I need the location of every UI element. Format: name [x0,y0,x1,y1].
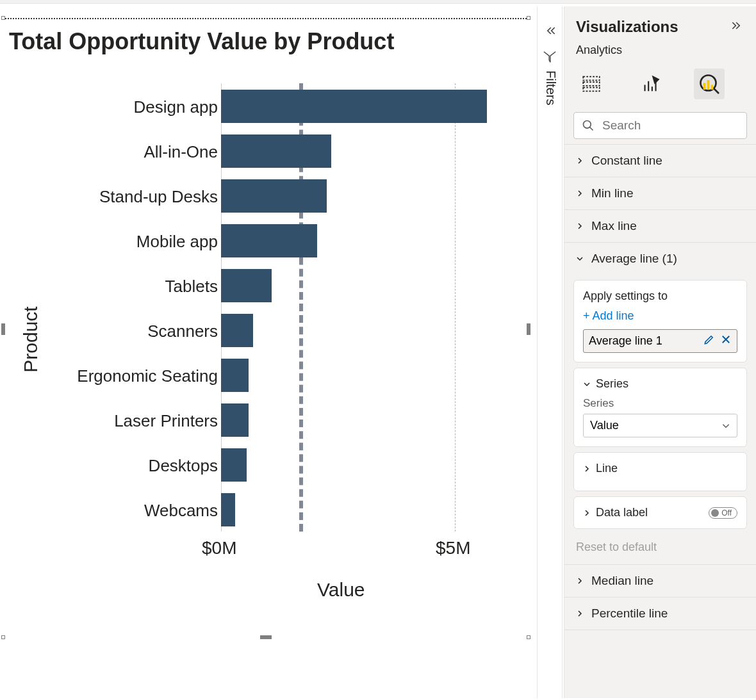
chart-title: Total Opportunity Value by Product [9,28,394,55]
line-card[interactable]: Line [573,452,747,491]
section-median-line[interactable]: Median line [564,564,756,598]
bar[interactable] [221,90,487,123]
section-average-line[interactable]: Average line (1) [564,243,756,275]
chevron-right-icon [576,610,585,617]
y-axis-title: Product [20,306,42,372]
series-section-toggle[interactable]: Series [583,377,737,391]
search-field[interactable] [601,118,755,133]
apply-settings-label: Apply settings to [583,289,737,303]
average-line-item[interactable]: Average line 1 [583,329,737,353]
data-label-card[interactable]: Data label Off [573,496,747,529]
series-field-label: Series [583,397,737,410]
chevron-right-icon [576,577,585,585]
category-label: Laser Printers [114,411,218,431]
category-label: Scanners [147,322,218,341]
series-card: Series Series Value [573,368,747,447]
filters-label: Filters [543,70,558,105]
chevron-down-icon [576,255,585,263]
x-axis-title: Value [317,579,365,601]
filter-icon [543,50,557,67]
bar[interactable] [221,179,327,213]
average-line-settings-card: Apply settings to + Add line Average lin… [573,280,747,362]
pane-title: Visualizations [576,18,678,36]
section-constant-line[interactable]: Constant line [564,145,756,177]
svg-rect-6 [583,88,600,92]
pane-subtitle: Analytics [564,40,756,63]
bar[interactable] [221,448,247,482]
filters-pane-collapsed[interactable]: Filters [537,6,563,698]
selection-handle[interactable] [1,635,5,639]
category-label: Tablets [165,277,218,297]
bar[interactable] [221,134,331,168]
visual-selection-border [3,18,529,19]
chevron-right-icon [576,222,585,230]
bar[interactable] [221,224,317,257]
bar[interactable] [221,269,272,302]
series-dropdown[interactable]: Value [583,414,737,437]
tab-analytics[interactable] [694,69,725,99]
data-label-toggle[interactable]: Off [709,507,737,519]
selection-handle[interactable] [260,635,272,639]
svg-rect-5 [583,82,600,86]
category-label: Webcams [144,501,218,521]
category-label: Design app [133,97,218,117]
category-label: Stand-up Desks [99,187,218,207]
x-tick-label: $5M [436,538,470,558]
chevron-right-icon [576,157,585,165]
chevron-right-icon [576,190,585,197]
selection-handle[interactable] [1,323,5,335]
tab-build[interactable] [576,69,607,99]
bar[interactable] [221,403,249,437]
bar[interactable] [221,314,253,347]
svg-rect-4 [583,77,600,81]
search-input[interactable] [573,112,747,139]
x-tick-label: $0M [202,538,236,558]
chart-plot-area[interactable]: Product Design app All-in-One Stand-up D… [6,77,525,570]
edit-icon[interactable] [703,334,715,348]
reset-to-default-button[interactable]: Reset to default [564,534,756,564]
tab-format[interactable] [635,69,666,99]
selection-handle[interactable] [527,323,530,335]
category-label: Mobile app [136,232,218,252]
selection-handle[interactable] [527,635,530,639]
bar[interactable] [221,493,235,526]
visualizations-pane: Visualizations Analytics Constant line M… [564,6,756,698]
category-label: Ergonomic Seating [77,366,218,386]
add-line-button[interactable]: + Add line [583,309,634,323]
selection-handle[interactable] [1,16,5,20]
selection-handle[interactable] [527,16,530,20]
delete-icon[interactable] [720,334,732,348]
category-label: Desktops [149,456,218,476]
section-percentile-line[interactable]: Percentile line [564,598,756,630]
svg-point-8 [584,121,591,129]
category-label: All-in-One [144,142,218,162]
expand-pane-icon[interactable] [543,24,558,40]
expand-pane-icon[interactable] [729,19,744,35]
section-min-line[interactable]: Min line [564,177,756,210]
section-max-line[interactable]: Max line [564,210,756,243]
bar[interactable] [221,359,249,392]
